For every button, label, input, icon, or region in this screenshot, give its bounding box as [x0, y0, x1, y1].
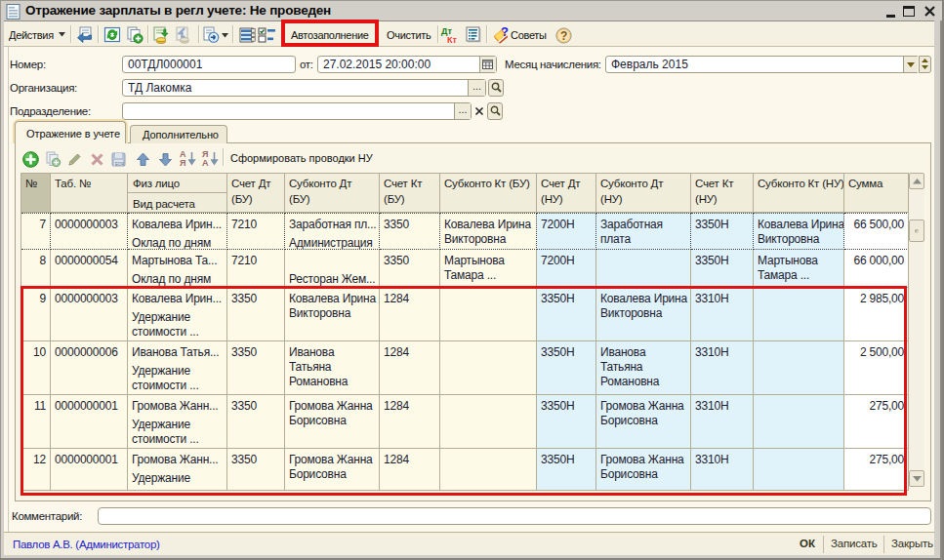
svg-text:?: ?	[560, 29, 567, 43]
svg-text:?: ?	[501, 25, 509, 39]
svg-text:ЕОК: ЕОК	[115, 162, 125, 167]
